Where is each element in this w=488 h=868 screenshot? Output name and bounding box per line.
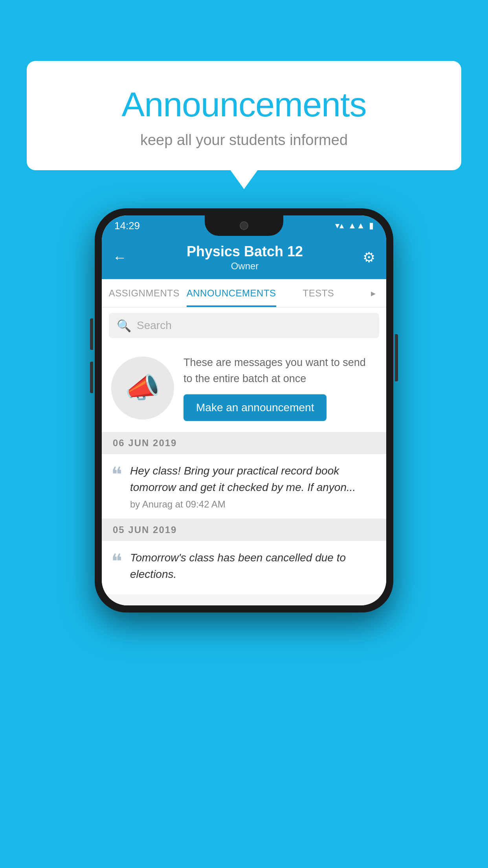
header-center: Physics Batch 12 Owner <box>187 243 303 272</box>
search-input[interactable]: Search <box>137 319 172 332</box>
announcement-content-2: Tomorrow's class has been cancelled due … <box>130 550 377 586</box>
tab-tests[interactable]: TESTS <box>276 279 361 307</box>
date-separator-1: 06 JUN 2019 <box>102 432 386 454</box>
header-title: Physics Batch 12 <box>187 243 303 260</box>
make-announcement-button[interactable]: Make an announcement <box>183 394 327 421</box>
volume-down-button[interactable] <box>90 362 93 393</box>
quote-icon: ❝ <box>111 464 122 485</box>
announcement-content-1: Hey class! Bring your practical record b… <box>130 463 377 510</box>
promo-description: These are messages you want to send to t… <box>183 355 377 386</box>
tab-more[interactable]: ▸ <box>361 279 386 307</box>
speech-bubble: Announcements keep all your students inf… <box>27 61 461 170</box>
announcement-meta-1: by Anurag at 09:42 AM <box>130 499 377 510</box>
search-container: 🔍 Search <box>102 307 386 344</box>
megaphone-circle: 📣 <box>111 357 174 419</box>
announcement-item-1[interactable]: ❝ Hey class! Bring your practical record… <box>102 454 386 519</box>
status-icons: ▾▴ ▲▲ ▮ <box>335 221 374 231</box>
bottom-bar <box>102 594 386 605</box>
promo-section: 📣 These are messages you want to send to… <box>102 344 386 432</box>
phone-wrapper: 14:29 ▾▴ ▲▲ ▮ ← Physics Batch 12 Owner ⚙ <box>95 208 393 612</box>
phone-outer: 14:29 ▾▴ ▲▲ ▮ ← Physics Batch 12 Owner ⚙ <box>95 208 393 612</box>
announcement-text-2: Tomorrow's class has been cancelled due … <box>130 550 377 583</box>
announcement-text-1: Hey class! Bring your practical record b… <box>130 463 377 496</box>
date-separator-2: 05 JUN 2019 <box>102 519 386 541</box>
speech-bubble-container: Announcements keep all your students inf… <box>27 61 461 170</box>
search-icon: 🔍 <box>117 319 131 333</box>
announcements-subtitle: keep all your students informed <box>46 132 442 149</box>
quote-icon-2: ❝ <box>111 551 122 572</box>
status-time: 14:29 <box>114 220 140 232</box>
phone-camera <box>240 221 248 230</box>
back-button[interactable]: ← <box>113 249 127 266</box>
wifi-icon: ▾▴ <box>335 221 344 231</box>
promo-content: These are messages you want to send to t… <box>183 355 377 421</box>
tab-assignments[interactable]: ASSIGNMENTS <box>102 279 187 307</box>
phone-notch <box>205 215 283 236</box>
power-button[interactable] <box>395 334 398 381</box>
announcement-item-2[interactable]: ❝ Tomorrow's class has been cancelled du… <box>102 541 386 594</box>
phone-screen: 14:29 ▾▴ ▲▲ ▮ ← Physics Batch 12 Owner ⚙ <box>102 215 386 605</box>
tab-announcements[interactable]: ANNOUNCEMENTS <box>187 279 276 307</box>
signal-icon: ▲▲ <box>348 221 365 231</box>
volume-up-button[interactable] <box>90 318 93 350</box>
battery-icon: ▮ <box>369 221 374 231</box>
tabs-bar: ASSIGNMENTS ANNOUNCEMENTS TESTS ▸ <box>102 279 386 307</box>
search-bar[interactable]: 🔍 Search <box>109 313 379 338</box>
header-subtitle: Owner <box>187 261 303 272</box>
megaphone-icon: 📣 <box>125 371 160 405</box>
announcements-title: Announcements <box>46 85 442 125</box>
app-header: ← Physics Batch 12 Owner ⚙ <box>102 236 386 279</box>
settings-icon[interactable]: ⚙ <box>363 249 375 266</box>
